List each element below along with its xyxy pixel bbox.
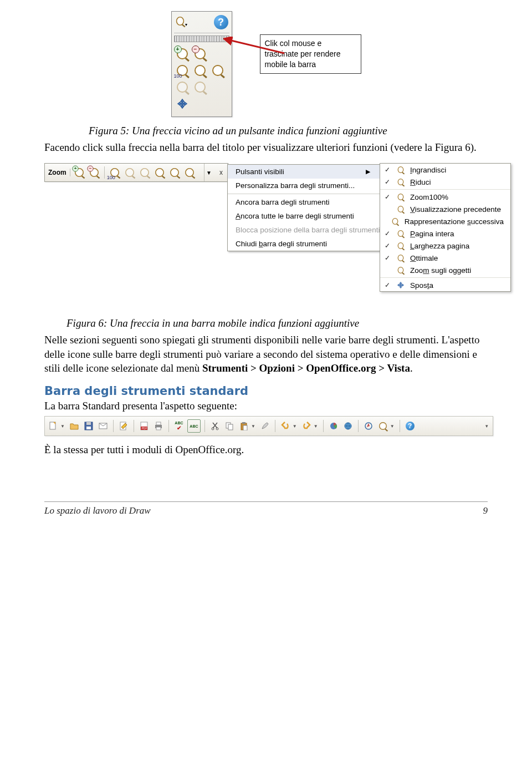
menu-item-close[interactable]: Chiudi barra degli strumenti: [228, 237, 380, 251]
callout-arrow-icon: [223, 37, 290, 59]
zoom-icon[interactable]: [377, 420, 389, 432]
toolbar-grip[interactable]: [174, 35, 229, 42]
save-icon[interactable]: [83, 420, 95, 432]
standard-toolbar: ▼ PDF ABC✔ ABC: [44, 416, 493, 436]
toolbar-context-menu: Pulsanti visibili▶ Personalizza barra de…: [227, 164, 381, 251]
close-icon[interactable]: x: [217, 164, 226, 181]
zoom-page-icon[interactable]: [193, 63, 207, 78]
edit-icon[interactable]: [117, 420, 130, 432]
svg-text:PDF: PDF: [141, 427, 147, 430]
zoom-out-icon: [396, 177, 406, 186]
copy-icon[interactable]: [223, 420, 236, 432]
pan-icon[interactable]: [175, 97, 190, 111]
submenu-item-pan[interactable]: ✓ Sposta: [380, 279, 510, 291]
zoom-next-icon[interactable]: [193, 80, 207, 94]
visible-buttons-submenu: ✓ Ingrandisci ✓ Riduci ✓ Zoom100% Visual…: [380, 163, 511, 292]
zoom-opt-icon[interactable]: [183, 166, 196, 179]
footer-page-number: 9: [483, 505, 488, 516]
chart-icon[interactable]: [328, 420, 340, 432]
menu-item-lock: Blocca posizione della barra degli strum…: [228, 223, 380, 237]
dropdown-icon[interactable]: ▼: [314, 424, 318, 429]
svg-rect-12: [156, 422, 161, 425]
zoom-prev2-icon[interactable]: [123, 166, 136, 179]
dropdown-icon[interactable]: ▼: [60, 424, 65, 429]
submenu-item-zoom100[interactable]: ✓ Zoom100%: [380, 191, 510, 203]
pan-icon: [396, 281, 406, 290]
pdf-icon[interactable]: PDF: [138, 420, 150, 432]
figure-5: ▾ ? + − 100: [44, 11, 488, 117]
menu-item-customize[interactable]: Personalizza barra degli strumenti...: [228, 179, 380, 192]
submenu-item-next[interactable]: Rappresentazione successiva: [380, 215, 510, 227]
dropdown-icon[interactable]: ▼: [390, 424, 395, 429]
zoom-width-icon[interactable]: [211, 63, 225, 78]
spellcheck-icon[interactable]: ABC: [187, 419, 201, 433]
zoom-out-icon[interactable]: −: [88, 166, 101, 179]
para-after-fig6: Nelle sezioni seguenti sono spiegati gli…: [44, 333, 488, 376]
menu-item-dock[interactable]: Ancora barra degli strumenti: [228, 195, 380, 209]
zoom-next-icon: [390, 217, 400, 226]
submenu-arrow-icon: ▶: [366, 168, 370, 175]
figure6-caption: Figura 6: Una freccia in una barra mobil…: [66, 316, 488, 331]
zoom-100-icon[interactable]: 100: [108, 166, 121, 179]
dropdown-icon[interactable]: ▼: [293, 424, 297, 429]
new-icon[interactable]: [47, 420, 59, 432]
undo-icon[interactable]: [279, 420, 291, 432]
format-paintbrush-icon[interactable]: [259, 420, 271, 432]
submenu-item-ingrandisci[interactable]: ✓ Ingrandisci: [380, 164, 510, 176]
help-icon[interactable]: ?: [404, 420, 416, 432]
zoom-in-icon: [396, 165, 406, 174]
svg-rect-17: [228, 424, 233, 430]
redo-icon[interactable]: [300, 420, 313, 432]
zoom-width-icon: [396, 241, 406, 250]
zoom-prev-icon: [396, 205, 406, 214]
section-outro: È la stessa per tutti i moduli di OpenOf…: [44, 443, 488, 457]
footer-left: Lo spazio di lavoro di Draw: [44, 505, 151, 516]
menu-item-visible-buttons[interactable]: Pulsanti visibili▶: [228, 165, 380, 179]
zoom-page-icon: [396, 229, 406, 238]
menu-item-dock-all[interactable]: Ancora tutte le barre degli strumenti: [228, 209, 380, 223]
open-icon[interactable]: [68, 420, 80, 432]
submenu-item-page[interactable]: ✓ Pagina intera: [380, 227, 510, 240]
para-after-fig5: Facendo click sulla freccia nella barra …: [44, 140, 488, 155]
paste-icon[interactable]: [238, 420, 250, 432]
figure5-caption: Figura 5: Una freccia vicino ad un pulsa…: [89, 124, 488, 138]
hyperlink-icon[interactable]: [342, 420, 354, 432]
zoom-obj-icon: [396, 266, 406, 275]
submenu-item-riduci[interactable]: ✓ Riduci: [380, 176, 510, 188]
zoom-floating-palette: ▾ ? + − 100: [171, 11, 232, 117]
navigator-icon[interactable]: [362, 420, 375, 432]
submenu-item-objects[interactable]: Zoom sugli oggetti: [380, 264, 510, 276]
dropdown-icon[interactable]: ▼: [251, 424, 255, 429]
help-icon[interactable]: ?: [214, 15, 228, 29]
zoom-next2-icon[interactable]: [138, 166, 151, 179]
zoom-width2-icon[interactable]: [168, 166, 181, 179]
svg-rect-13: [156, 427, 161, 430]
submenu-item-optimal[interactable]: ✓ Ottimale: [380, 252, 510, 264]
zoom-prev-icon[interactable]: [175, 80, 190, 94]
toolbar-overflow-icon[interactable]: ▾: [485, 423, 490, 429]
cut-icon[interactable]: [209, 420, 221, 432]
section-heading-standard-toolbar: Barra degli strumenti standard: [44, 384, 488, 398]
print-icon[interactable]: [152, 420, 165, 432]
svg-rect-19: [242, 422, 245, 424]
spellcheck-auto-icon[interactable]: ABC✔: [173, 420, 185, 432]
zoom-out-icon[interactable]: −: [193, 47, 207, 61]
page-footer: Lo spazio di lavoro di Draw 9: [44, 501, 488, 516]
mail-icon[interactable]: [97, 420, 109, 432]
zoom-dropdown-icon[interactable]: ▾: [175, 15, 187, 27]
section-intro: La barra Standard presenta l'aspetto seg…: [44, 399, 488, 413]
toolbar-dropdown-icon[interactable]: ▼: [204, 164, 213, 181]
svg-rect-5: [86, 422, 91, 425]
zoom-100-icon[interactable]: 100: [175, 63, 190, 78]
zoom-in-icon[interactable]: +: [175, 47, 190, 61]
submenu-item-width[interactable]: ✓ Larghezza pagina: [380, 240, 510, 252]
submenu-item-prev[interactable]: Visualizzazione precedente: [380, 203, 510, 215]
zoom-page2-icon[interactable]: [153, 166, 166, 179]
zoom-100-icon: [396, 192, 406, 201]
svg-rect-4: [86, 427, 91, 429]
zoom-opt-icon: [396, 253, 406, 262]
zoom-in-icon[interactable]: +: [73, 166, 86, 179]
toolbar-title: Zoom: [45, 169, 70, 176]
figure-6: Zoom + − 100 ▼ x Pulsanti visibili▶: [44, 163, 488, 313]
svg-rect-20: [243, 425, 247, 430]
